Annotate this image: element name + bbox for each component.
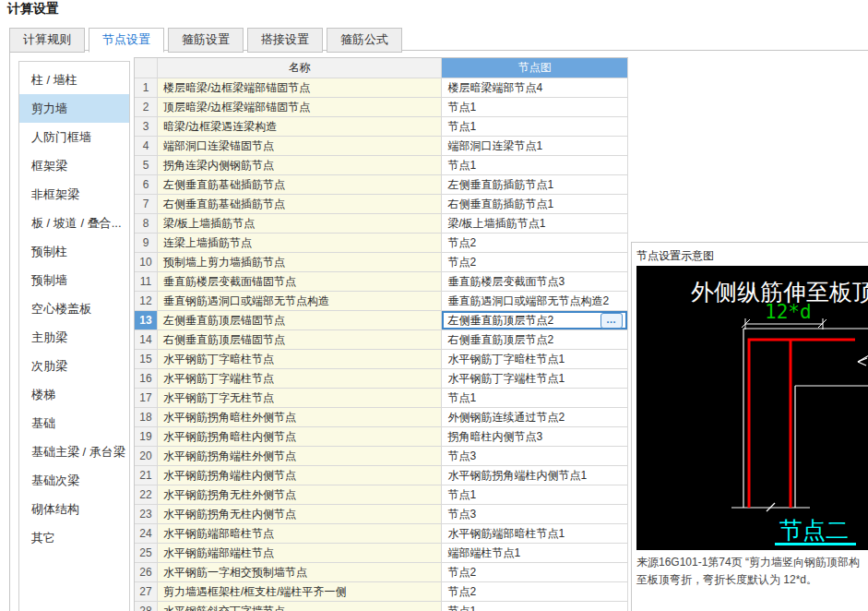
row-number-cell[interactable]: 8 [135,214,158,234]
name-cell[interactable]: 端部洞口连梁锚固节点 [158,137,442,156]
name-cell[interactable]: 右侧垂直筋顶层锚固节点 [158,330,442,350]
node-diagram-cell[interactable]: 水平钢筋拐角端柱内侧节点1 [442,466,628,485]
name-cell[interactable]: 水平钢筋丁字端柱节点 [158,369,442,389]
node-diagram-cell[interactable]: 水平钢筋端部暗柱节点1 [442,524,628,544]
node-diagram-cell[interactable]: 垂直筋遇洞口或端部无节点构造2 [442,292,628,311]
row-number-cell[interactable]: 12 [135,292,158,311]
name-cell[interactable]: 水平钢筋斜交丁字墙节点 [158,602,442,611]
row-number-cell[interactable]: 23 [135,505,158,524]
node-diagram-cell[interactable]: 左侧垂直筋插筋节点1 [442,175,628,195]
row-number-cell[interactable]: 15 [135,350,158,369]
row-number-cell[interactable]: 5 [135,156,158,175]
name-cell[interactable]: 水平钢筋拐角端柱内侧节点 [158,466,442,485]
browse-node-button[interactable]: … [600,313,623,329]
row-number-cell[interactable]: 26 [135,563,158,582]
name-cell[interactable]: 水平钢筋拐角无柱内侧节点 [158,505,442,524]
node-diagram-cell[interactable]: 节点1 [442,602,628,611]
sidebar-item-11[interactable]: 楼梯 [19,380,129,409]
name-cell[interactable]: 拐角连梁内侧钢筋节点 [158,156,442,175]
node-diagram-cell[interactable]: 节点1 [442,389,628,408]
tab-0[interactable]: 计算规则 [9,28,85,53]
sidebar-item-5[interactable]: 板 / 坡道 / 叠合... [19,209,129,237]
row-number-cell[interactable]: 14 [135,330,158,350]
name-cell[interactable]: 水平钢筋端部端柱节点 [158,544,442,563]
node-diagram-cell[interactable]: 节点3 [442,505,628,524]
node-diagram-cell[interactable]: 拐角暗柱内侧节点3 [442,427,628,447]
node-diagram-cell[interactable]: 楼层暗梁端部节点4 [442,78,628,98]
name-cell[interactable]: 水平钢筋一字相交预制墙节点 [158,563,442,582]
node-diagram-cell[interactable]: 外侧钢筋连续通过节点2 [442,408,628,427]
sidebar-item-9[interactable]: 主肋梁 [19,323,129,352]
tab-3[interactable]: 搭接设置 [247,28,323,53]
name-cell[interactable]: 楼层暗梁/边框梁端部锚固节点 [158,78,442,98]
sidebar-item-7[interactable]: 预制墙 [19,266,129,294]
name-cell[interactable]: 暗梁/边框梁遇连梁构造 [158,117,442,137]
row-number-cell[interactable]: 20 [135,447,158,466]
node-diagram-cell[interactable]: 右侧垂直筋插筋节点1 [442,195,628,214]
name-cell[interactable]: 梁/板上墙插筋节点 [158,214,442,234]
node-diagram-cell[interactable]: 节点1 [442,98,628,117]
row-number-cell[interactable]: 17 [135,389,158,408]
node-diagram-cell[interactable]: 端部端柱节点1 [442,544,628,563]
node-diagram-cell[interactable]: 左侧垂直筋顶层节点2… [442,311,628,330]
row-number-cell[interactable]: 2 [135,98,158,117]
row-number-cell[interactable]: 19 [135,427,158,447]
name-cell[interactable]: 水平钢筋丁字无柱节点 [158,389,442,408]
sidebar-item-8[interactable]: 空心楼盖板 [19,294,129,323]
sidebar-item-14[interactable]: 基础次梁 [19,466,129,495]
name-cell[interactable]: 左侧垂直筋顶层锚固节点 [158,311,442,330]
row-number-cell[interactable]: 3 [135,117,158,137]
tab-2[interactable]: 箍筋设置 [168,28,244,53]
name-cell[interactable]: 连梁上墙插筋节点 [158,234,442,253]
sidebar-item-12[interactable]: 基础 [19,409,129,437]
node-diagram-cell[interactable]: 端部洞口连梁节点1 [442,137,628,156]
node-diagram-cell[interactable]: 节点3 [442,447,628,466]
node-diagram-cell[interactable]: 垂直筋楼层变截面节点3 [442,272,628,292]
row-number-cell[interactable]: 21 [135,466,158,485]
row-number-cell[interactable]: 1 [135,78,158,98]
sidebar-item-6[interactable]: 预制柱 [19,237,129,266]
name-cell[interactable]: 水平钢筋拐角暗柱内侧节点 [158,427,442,447]
tab-1[interactable]: 节点设置 [89,28,164,53]
row-number-cell[interactable]: 4 [135,137,158,156]
row-number-cell[interactable]: 6 [135,175,158,195]
row-number-cell[interactable]: 18 [135,408,158,427]
row-number-cell[interactable]: 24 [135,524,158,544]
name-cell[interactable]: 垂直筋楼层变截面锚固节点 [158,272,442,292]
node-diagram-cell[interactable]: 水平钢筋丁字端柱节点1 [442,369,628,389]
node-diagram-cell[interactable]: 节点1 [442,117,628,137]
name-cell[interactable]: 水平钢筋端部暗柱节点 [158,524,442,544]
tab-4[interactable]: 箍筋公式 [327,28,402,53]
node-diagram-cell[interactable]: 节点2 [442,563,628,582]
sidebar-item-3[interactable]: 框架梁 [19,151,129,180]
row-number-cell[interactable]: 11 [135,272,158,292]
row-number-cell[interactable]: 10 [135,253,158,272]
node-diagram-cell[interactable]: 右侧垂直筋顶层节点2 [442,330,628,350]
row-number-cell[interactable]: 28 [135,602,158,611]
node-diagram-cell[interactable]: 节点2 [442,582,628,602]
node-diagram-cell[interactable]: 节点1 [442,156,628,175]
name-cell[interactable]: 剪力墙遇框架柱/框支柱/端柱平齐一侧 [158,582,442,602]
node-diagram-cell[interactable]: 节点2 [442,234,628,253]
row-number-cell[interactable]: 13 [135,311,158,330]
sidebar-item-10[interactable]: 次肋梁 [19,352,129,380]
name-cell[interactable]: 右侧垂直筋基础插筋节点 [158,195,442,214]
sidebar-item-1[interactable]: 剪力墙 [19,94,129,123]
name-cell[interactable]: 水平钢筋拐角无柱外侧节点 [158,485,442,505]
node-diagram-cell[interactable]: 节点1 [442,485,628,505]
name-cell[interactable]: 水平钢筋丁字暗柱节点 [158,350,442,369]
node-diagram-cell[interactable]: 节点2 [442,253,628,272]
row-number-cell[interactable]: 9 [135,234,158,253]
row-number-cell[interactable]: 16 [135,369,158,389]
sidebar-item-13[interactable]: 基础主梁 / 承台梁 [19,437,129,466]
name-cell[interactable]: 左侧垂直筋基础插筋节点 [158,175,442,195]
sidebar-item-15[interactable]: 砌体结构 [19,495,129,523]
row-number-cell[interactable]: 7 [135,195,158,214]
row-number-cell[interactable]: 25 [135,544,158,563]
row-number-cell[interactable]: 22 [135,485,158,505]
name-cell[interactable]: 水平钢筋拐角暗柱外侧节点 [158,408,442,427]
name-cell[interactable]: 垂直钢筋遇洞口或端部无节点构造 [158,292,442,311]
node-diagram-editor[interactable]: 左侧垂直筋顶层节点2… [442,311,627,329]
sidebar-item-4[interactable]: 非框架梁 [19,180,129,209]
name-cell[interactable]: 水平钢筋拐角端柱外侧节点 [158,447,442,466]
